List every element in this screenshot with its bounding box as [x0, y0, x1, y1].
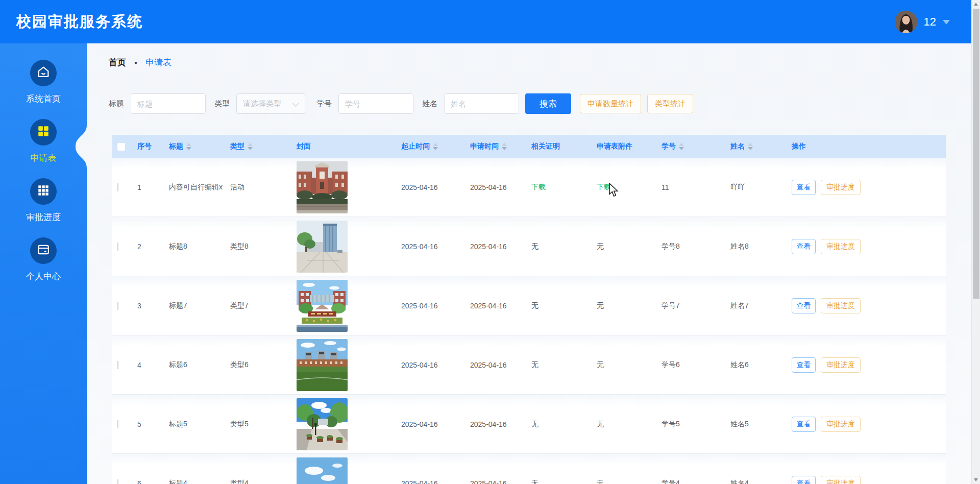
chevron-down-icon: [292, 100, 299, 107]
cell-student-id: 学号4: [654, 479, 723, 484]
user-menu[interactable]: 12: [895, 0, 950, 43]
breadcrumb-current[interactable]: 申请表: [145, 57, 172, 68]
grid-2x2-icon: [37, 125, 50, 140]
cell-title: 标题4: [162, 479, 223, 484]
app-header: 校园审批服务系统 12: [0, 0, 971, 43]
notification-count[interactable]: 12: [924, 15, 936, 29]
active-item-indicator: [74, 125, 87, 168]
applications-table: 序号标题类型封面起止时间申请时间相关证明申请表附件学号姓名操作 1内容可自行编辑…: [112, 135, 946, 484]
approval-progress-button[interactable]: 审批进度: [821, 357, 861, 373]
cell-type: 类型6: [223, 360, 289, 370]
cell-apply-time: 2025-04-16: [463, 361, 524, 369]
cover-image: [289, 398, 394, 450]
view-button[interactable]: 查看: [792, 180, 816, 195]
type-filter-label: 类型: [214, 99, 230, 109]
row-checkbox[interactable]: [117, 243, 118, 251]
select-all-checkbox[interactable]: [117, 143, 125, 151]
row-checkbox[interactable]: [117, 479, 118, 484]
sidebar-item-3[interactable]: 个人中心: [0, 237, 87, 282]
cell-title: 标题5: [162, 420, 223, 429]
approval-progress-button[interactable]: 审批进度: [821, 298, 861, 313]
cell-title: 标题6: [162, 360, 223, 370]
row-checkbox[interactable]: [117, 302, 118, 310]
cell-name: 姓名4: [723, 479, 785, 484]
row-checkbox[interactable]: [117, 361, 118, 369]
cell-type: 活动: [223, 183, 289, 192]
column-header-actions: 操作: [785, 142, 946, 151]
sort-carets-icon[interactable]: [433, 143, 438, 150]
cell-start-end-time: 2025-04-16: [394, 243, 463, 251]
sort-carets-icon[interactable]: [679, 143, 684, 150]
row-checkbox[interactable]: [117, 183, 118, 191]
proof-value: 无: [531, 242, 538, 250]
view-button[interactable]: 查看: [792, 476, 816, 484]
app-title: 校园审批服务系统: [16, 12, 143, 32]
scrollbar-up-arrow[interactable]: [974, 3, 978, 6]
application-count-stats-button[interactable]: 申请数量统计: [580, 94, 641, 113]
table-row: 4标题6类型62025-04-162025-04-16无无学号6姓名6查看审批进…: [112, 335, 946, 395]
id-card-icon: [36, 243, 51, 259]
proof-value: 无: [531, 301, 538, 309]
home-icon: [36, 65, 51, 81]
breadcrumb-separator: ●: [134, 60, 137, 65]
view-button[interactable]: 查看: [792, 239, 816, 254]
cell-start-end-time: 2025-04-16: [394, 302, 463, 310]
approval-progress-button[interactable]: 审批进度: [821, 476, 861, 484]
cell-name: 姓名8: [723, 242, 785, 251]
cell-type: 类型8: [223, 242, 289, 251]
cell-apply-time: 2025-04-16: [463, 183, 524, 191]
type-filter-select[interactable]: 请选择类型: [236, 93, 305, 114]
proof-value: 无: [531, 479, 538, 484]
attachment-value: 无: [597, 479, 604, 484]
filter-bar: 标题 类型 请选择类型 学号 姓名 搜索 申请数量统计 类型统计: [109, 93, 693, 114]
attachment-value: 无: [597, 420, 604, 428]
column-header-apply_time[interactable]: 申请时间: [463, 142, 524, 151]
avatar-image: [895, 11, 917, 33]
sort-carets-icon[interactable]: [502, 143, 507, 150]
student-id-filter-input[interactable]: [338, 93, 413, 114]
scrollbar-thumb[interactable]: [973, 9, 979, 299]
sidebar-item-2[interactable]: 审批进度: [0, 178, 87, 223]
scrollbar-down-arrow[interactable]: [974, 478, 978, 481]
cell-type: 类型5: [223, 420, 289, 429]
cell-index: 5: [130, 420, 162, 428]
attachment-download-link[interactable]: 下载: [597, 183, 611, 191]
column-header-start_end[interactable]: 起止时间: [394, 142, 463, 151]
user-avatar[interactable]: [895, 11, 917, 33]
row-checkbox[interactable]: [117, 420, 118, 428]
type-stats-button[interactable]: 类型统计: [647, 94, 693, 113]
breadcrumb: 首页 ● 申请表: [109, 57, 172, 68]
column-header-title[interactable]: 标题: [162, 142, 223, 151]
cell-name: 吖吖: [723, 183, 785, 192]
approval-progress-button[interactable]: 审批进度: [821, 239, 861, 254]
chevron-down-icon[interactable]: [943, 20, 950, 25]
approval-progress-button[interactable]: 审批进度: [821, 417, 861, 432]
search-button[interactable]: 搜索: [525, 93, 571, 114]
column-header-type[interactable]: 类型: [223, 142, 289, 151]
sort-carets-icon[interactable]: [248, 143, 253, 150]
column-header-cover: 封面: [289, 142, 394, 151]
sidebar-item-label: 系统首页: [26, 93, 61, 105]
cell-index: 3: [130, 302, 162, 310]
proof-download-link[interactable]: 下载: [531, 183, 546, 191]
column-header-name[interactable]: 姓名: [723, 142, 785, 151]
approval-progress-button[interactable]: 审批进度: [821, 180, 861, 195]
sort-carets-icon[interactable]: [186, 143, 191, 150]
table-row: 6标题4类型42025-04-162025-04-16无无学号4姓名4查看审批进…: [112, 454, 946, 484]
view-button[interactable]: 查看: [792, 357, 816, 373]
cell-title: 标题7: [162, 301, 223, 310]
view-button[interactable]: 查看: [792, 417, 816, 432]
browser-scrollbar[interactable]: [971, 0, 980, 484]
breadcrumb-home[interactable]: 首页: [109, 57, 126, 68]
sidebar-item-label: 审批进度: [26, 211, 61, 223]
main-content: 首页 ● 申请表 标题 类型 请选择类型 学号 姓名 搜索 申请数量统计 类型统…: [87, 43, 971, 484]
sidebar-item-0[interactable]: 系统首页: [0, 60, 87, 105]
sidebar-item-label: 个人中心: [26, 271, 61, 282]
column-header-student_id[interactable]: 学号: [654, 142, 723, 151]
name-filter-input[interactable]: [444, 93, 519, 114]
cell-start-end-time: 2025-04-16: [394, 420, 463, 428]
title-filter-input[interactable]: [131, 93, 206, 114]
sort-carets-icon[interactable]: [748, 143, 753, 150]
view-button[interactable]: 查看: [792, 298, 816, 313]
student-id-filter-label: 学号: [316, 99, 332, 109]
